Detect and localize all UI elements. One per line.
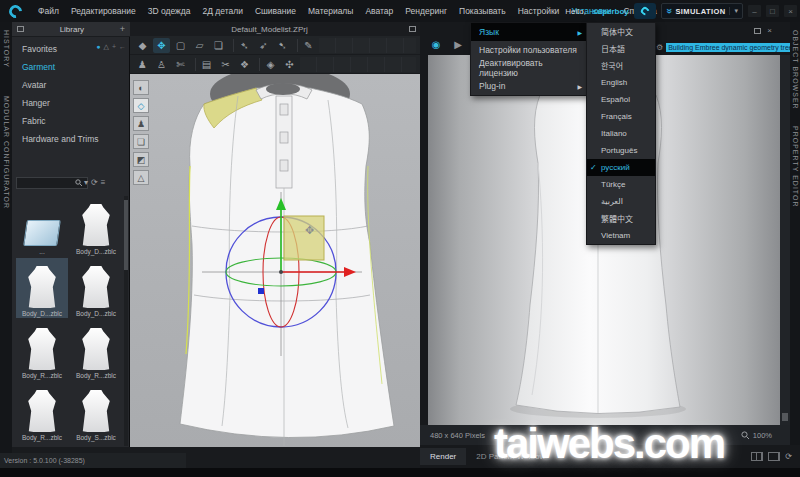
flip-pattern-tool[interactable]: ❏ xyxy=(210,38,227,53)
search-icon[interactable] xyxy=(75,179,83,187)
lang-ru[interactable]: ✓ русский xyxy=(587,159,655,176)
menu-item-plugin[interactable]: Plug-in ▶ xyxy=(471,77,587,95)
library-add-button[interactable]: + xyxy=(120,24,125,34)
detach-render-icon[interactable] xyxy=(754,28,761,34)
modular-configurator-tab[interactable]: MODULAR CONFIGURATOR xyxy=(3,96,10,209)
property-editor-tab[interactable]: PROPERTY EDITOR xyxy=(792,126,799,208)
list-item-garment[interactable]: Body_R...zblc xyxy=(70,320,122,380)
bind-tool[interactable]: ◈ xyxy=(262,57,279,72)
viewport-3d-canvas[interactable]: ◐ ◇ ♟ ❏ ◩ △ xyxy=(130,74,420,447)
gem-select-tool[interactable]: ◆ xyxy=(134,38,151,53)
menu-preferences[interactable]: Настройки xyxy=(512,6,566,16)
category-favorites[interactable]: Favorites ● △ + ← xyxy=(12,40,130,58)
lang-fr[interactable]: Français xyxy=(587,108,655,125)
tab-render[interactable]: Render xyxy=(420,448,466,465)
menu-avatar[interactable]: Аватар xyxy=(359,6,399,16)
avatar-arrange-tool[interactable]: ♙ xyxy=(153,57,170,72)
trim-tool[interactable]: ✣ xyxy=(281,57,298,72)
menu-item-deactivate-license[interactable]: Деактивировать лицензию xyxy=(471,59,587,77)
show-ghost-button[interactable]: △ xyxy=(133,170,149,185)
render-start-icon[interactable]: ◉ xyxy=(428,37,444,51)
rect-select-tool[interactable]: ▢ xyxy=(172,38,189,53)
menu-3d-garment[interactable]: 3D одежда xyxy=(142,6,197,16)
list-item-garment[interactable]: Body_S...zblc xyxy=(70,382,122,442)
pin-icon[interactable]: ● xyxy=(96,43,100,51)
lang-vi[interactable]: Vietnam xyxy=(587,227,655,244)
lang-es[interactable]: Español xyxy=(587,91,655,108)
list-item-garment[interactable]: Body_D...zblc xyxy=(70,196,122,256)
menu-item-user-settings[interactable]: Настройки пользователя xyxy=(471,41,587,59)
list-view-icon[interactable]: ≡ xyxy=(101,179,106,187)
lang-ja[interactable]: 日本語 xyxy=(587,40,655,57)
lang-tr[interactable]: Türkçe xyxy=(587,176,655,193)
show-textured-button[interactable]: ◐ xyxy=(133,80,149,95)
list-item-garment[interactable]: Body_R...zblc xyxy=(16,382,68,442)
menu-materials[interactable]: Материалы xyxy=(302,6,360,16)
username-link[interactable]: superboy xyxy=(593,7,629,16)
garment-thumbnail xyxy=(81,328,111,370)
lang-ar[interactable]: العربية xyxy=(587,193,655,210)
lang-zh-tw[interactable]: 繁體中文 xyxy=(587,210,655,227)
close-render-icon[interactable]: × xyxy=(767,26,772,35)
menu-2d-pattern[interactable]: 2Д детали xyxy=(196,6,248,16)
minimize-button[interactable]: – xyxy=(748,5,761,17)
move-gizmo-tool[interactable]: ✥ xyxy=(153,38,170,53)
render-scrollbar[interactable] xyxy=(780,55,790,425)
category-hardware-trims[interactable]: Hardware and Trims xyxy=(12,130,130,148)
category-hanger[interactable]: Hanger xyxy=(12,94,130,112)
simulation-caret-icon[interactable]: ▾ xyxy=(729,7,738,15)
menu-sewing[interactable]: Сшивание xyxy=(249,6,302,16)
show-mesh-button[interactable]: ◇ xyxy=(133,98,149,113)
render-play-icon[interactable]: ▶ xyxy=(450,37,466,51)
simulation-button[interactable]: » SIMULATION ▾ xyxy=(661,3,743,19)
detach-panel-icon[interactable] xyxy=(17,26,24,32)
lang-it[interactable]: Italiano xyxy=(587,125,655,142)
avatar-display-tool[interactable]: ♟ xyxy=(134,57,151,72)
lang-zh-cn[interactable]: 简体中文 xyxy=(587,23,655,40)
show-avatar-button[interactable]: ♟ xyxy=(133,116,149,131)
list-item-garment-selected[interactable]: Body_D...zblc xyxy=(16,258,68,318)
detach-viewport-icon[interactable] xyxy=(409,26,416,32)
back-icon[interactable]: ← xyxy=(119,43,126,51)
menu-render[interactable]: Рендеринг xyxy=(399,6,453,16)
pin-box-tool[interactable]: ➶ xyxy=(255,38,272,53)
closet-button[interactable] xyxy=(634,3,656,19)
add-favorite-icon[interactable]: + xyxy=(112,43,116,51)
category-garment[interactable]: Garment xyxy=(12,58,130,76)
object-browser-tab[interactable]: OBJECT BROWSER xyxy=(792,30,799,110)
settings-dropdown-menu: Язык ▶ Настройки пользователя Деактивиро… xyxy=(470,22,588,96)
list-item-garment[interactable]: Body_D...zblc xyxy=(70,258,122,318)
refresh-icon[interactable]: ⟳ xyxy=(91,179,98,187)
garment-thumbnail xyxy=(27,390,57,432)
list-item-parent-folder[interactable]: ... xyxy=(16,196,68,256)
restore-button[interactable]: □ xyxy=(766,5,779,17)
show-thick-button[interactable]: ❏ xyxy=(133,134,149,149)
lang-pt[interactable]: Português xyxy=(587,142,655,159)
menu-display[interactable]: Показывать xyxy=(453,6,512,16)
scissors-tool[interactable]: ✂ xyxy=(217,57,234,72)
history-tab[interactable]: HISTORY xyxy=(3,30,10,68)
menu-item-language[interactable]: Язык ▶ xyxy=(471,23,587,41)
lang-en[interactable]: English xyxy=(587,74,655,91)
close-button[interactable]: × xyxy=(784,5,797,17)
menu-edit[interactable]: Редактирование xyxy=(65,6,142,16)
library-panel: Library + Favorites ● △ + ← Garment Avat… xyxy=(12,22,130,455)
category-avatar[interactable]: Avatar xyxy=(12,76,130,94)
project-tab[interactable]: Default_Modelist.ZPrj xyxy=(130,25,409,34)
pin-tool[interactable]: ➴ xyxy=(236,38,253,53)
sewing-tool[interactable]: ✎ xyxy=(300,38,317,53)
simulation-chevrons-icon: » xyxy=(664,8,674,14)
category-fabric[interactable]: Fabric xyxy=(12,112,130,130)
warning-icon[interactable]: △ xyxy=(104,43,109,51)
library-scrollbar[interactable] xyxy=(124,196,128,446)
menu-file[interactable]: Файл xyxy=(32,6,65,16)
lang-ko[interactable]: 한국어 xyxy=(587,57,655,74)
pin-remove-tool[interactable]: ➷ xyxy=(274,38,291,53)
transform-pattern-tool[interactable]: ▱ xyxy=(191,38,208,53)
tape-tool[interactable]: ▤ xyxy=(198,57,215,72)
show-dark-button[interactable]: ◩ xyxy=(133,152,149,167)
list-item-garment[interactable]: Body_R...zblc xyxy=(16,320,68,380)
fold-tool[interactable]: ❖ xyxy=(236,57,253,72)
avatar-measure-tool[interactable]: ✄ xyxy=(172,57,189,72)
search-filter-caret-icon[interactable]: ▾ xyxy=(84,179,88,187)
